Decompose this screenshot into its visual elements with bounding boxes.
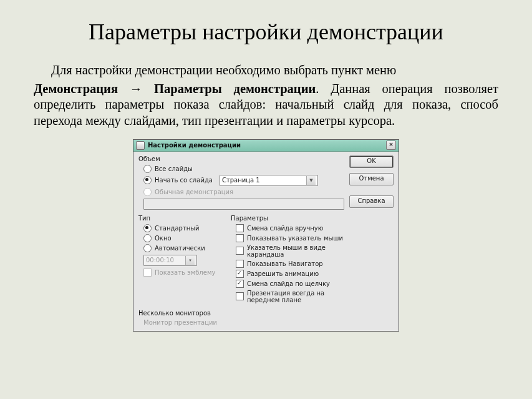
group-volume: Объем Все слайды Начать со слайда Страни… [138,155,344,210]
label-show-logo: Показать эмблему [155,269,215,276]
help-button[interactable]: Справка [349,195,394,208]
radio-standard[interactable] [143,224,152,232]
check-on-top[interactable] [236,292,244,300]
spinner-icon: ▾ [185,256,195,265]
label-navigator: Показывать Навигатор [247,260,323,267]
radio-window[interactable] [143,234,152,242]
label-presentation-monitor: Монитор презентации [143,319,217,326]
group-monitors-legend: Несколько мониторов [138,310,344,317]
group-params-legend: Параметры [231,215,344,222]
radio-all-slides[interactable] [143,165,152,173]
close-button[interactable]: × [386,140,396,150]
start-slide-combo[interactable]: Страница 1 ▼ [220,175,318,186]
label-all-slides: Все слайды [155,165,193,172]
check-show-logo [143,268,152,277]
radio-auto[interactable] [143,244,152,252]
group-type-legend: Тип [138,215,220,222]
chevron-down-icon: ▼ [306,176,316,185]
pause-duration-field: 00:00:10 ▾ [143,255,197,266]
pause-duration-value: 00:00:10 [146,257,174,264]
label-on-top: Презентация всегда на переднем плане [247,290,344,303]
label-click-advance: Смена слайда по щелчку [247,280,330,287]
custom-show-combo [143,199,344,210]
check-manual[interactable] [236,224,244,232]
titlebar: Настройки демонстрации × [133,140,399,152]
lead-text: Для настройки демонстрации необходимо вы… [34,62,498,79]
menu-path: Демонстрация → Параметры демонстрации [34,82,316,96]
dialog-title: Настройки демонстрации [148,142,241,149]
app-icon [136,141,145,150]
label-pen: Указатель мыши в виде карандаша [247,244,344,258]
check-pointer[interactable] [236,234,244,242]
ok-button[interactable]: OK [349,155,394,168]
radio-start-from[interactable] [143,176,152,184]
label-window: Окно [155,235,172,242]
label-standard: Стандартный [155,225,200,232]
check-pen[interactable] [236,247,244,255]
cancel-button[interactable]: Отмена [349,173,394,185]
body-text: Демонстрация → Параметры демонстрации. Д… [34,81,498,129]
radio-custom-show[interactable] [143,188,152,196]
label-manual: Смена слайда вручную [247,225,323,232]
start-slide-value: Страница 1 [222,177,260,184]
label-start-from: Начать со слайда [155,177,213,184]
label-pointer: Показывать указатель мыши [247,235,343,242]
group-volume-legend: Объем [138,155,344,162]
check-animation[interactable] [236,270,244,278]
page-title: Параметры настройки демонстрации [34,19,498,45]
label-animation: Разрешить анимацию [247,270,319,277]
label-custom-show: Обычная демонстрация [155,189,233,195]
check-navigator[interactable] [236,260,244,268]
label-auto: Автоматически [155,245,205,252]
settings-dialog: Настройки демонстрации × Объем Все слайд… [133,139,399,332]
check-click-advance[interactable] [236,280,244,288]
